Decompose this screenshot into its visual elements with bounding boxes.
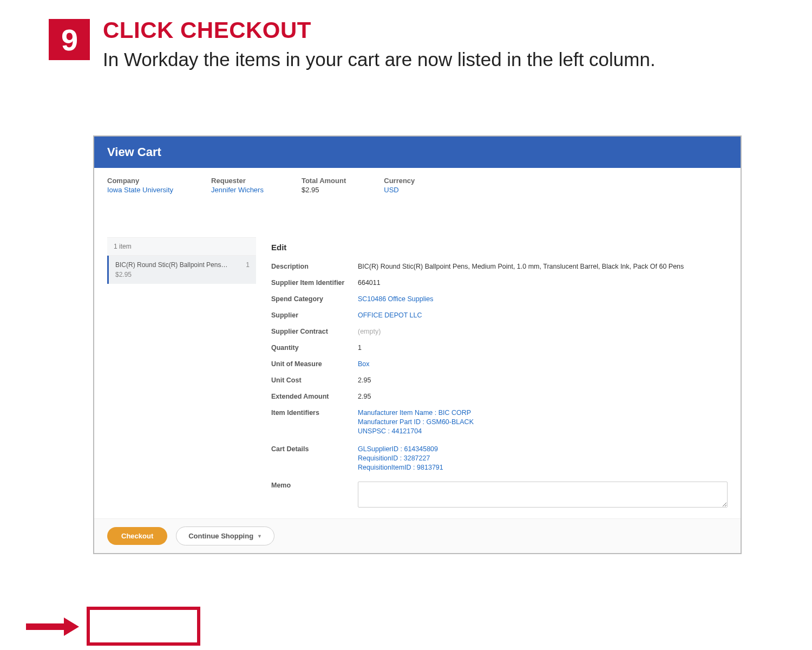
checkout-button[interactable]: Checkout [107, 527, 167, 545]
details-panel-title: Edit [271, 243, 728, 252]
total-amount-value: $2.95 [302, 186, 346, 194]
unit-cost-value: 2.95 [358, 376, 371, 384]
quantity-value: 1 [358, 344, 362, 352]
cart-item-qty: 1 [246, 261, 250, 269]
supplier-label: Supplier [271, 311, 358, 319]
action-bar: Checkout Continue Shopping ▼ [94, 518, 741, 553]
memo-input[interactable] [358, 482, 728, 508]
quantity-label: Quantity [271, 344, 358, 352]
chevron-down-icon: ▼ [257, 534, 262, 539]
annotation-highlight-box [87, 607, 200, 646]
company-label: Company [107, 177, 173, 185]
currency-label: Currency [384, 177, 415, 185]
memo-label: Memo [271, 482, 358, 508]
cart-item-name: BIC(R) Round Stic(R) Ballpoint Pens… [115, 261, 227, 269]
description-value: BIC(R) Round Stic(R) Ballpoint Pens, Med… [358, 263, 684, 270]
continue-shopping-label: Continue Shopping [188, 532, 253, 540]
uom-label: Unit of Measure [271, 360, 358, 368]
summary-row: Company Iowa State University Requester … [94, 168, 741, 199]
cart-items-list: 1 item BIC(R) Round Stic(R) Ballpoint Pe… [107, 237, 256, 518]
cart-details-value: GLSupplierID : 614345809 RequisitionID :… [358, 445, 443, 473]
item-details-panel: Edit Description BIC(R) Round Stic(R) Ba… [256, 237, 741, 518]
cart-item-price: $2.95 [115, 271, 227, 278]
unit-cost-label: Unit Cost [271, 376, 358, 384]
step-instruction: 9 CLICK CHECKOUT In Workday the items in… [49, 19, 656, 72]
requester-label: Requester [211, 177, 264, 185]
continue-shopping-button[interactable]: Continue Shopping ▼ [176, 526, 274, 545]
currency-value[interactable]: USD [384, 186, 415, 194]
item-identifiers-value: Manufacturer Item Name : BIC CORP Manufa… [358, 409, 474, 437]
uom-value[interactable]: Box [358, 360, 370, 368]
supplier-contract-value: (empty) [358, 328, 381, 335]
total-amount-label: Total Amount [302, 177, 346, 185]
step-title: CLICK CHECKOUT [103, 19, 656, 42]
cart-item-count: 1 item [107, 237, 256, 256]
description-label: Description [271, 263, 358, 270]
supplier-contract-label: Supplier Contract [271, 328, 358, 335]
requester-value[interactable]: Jennifer Wichers [211, 186, 264, 194]
workday-view-cart-screenshot: View Cart Company Iowa State University … [93, 135, 742, 554]
annotation-arrow-icon [26, 618, 79, 636]
extended-amount-value: 2.95 [358, 393, 371, 400]
extended-amount-label: Extended Amount [271, 393, 358, 400]
cart-item[interactable]: BIC(R) Round Stic(R) Ballpoint Pens… $2.… [107, 256, 256, 284]
step-number-badge: 9 [49, 19, 90, 60]
spend-category-label: Spend Category [271, 295, 358, 303]
spend-category-value[interactable]: SC10486 Office Supplies [358, 295, 433, 303]
supplier-value[interactable]: OFFICE DEPOT LLC [358, 311, 422, 319]
company-value[interactable]: Iowa State University [107, 186, 173, 194]
supplier-item-id-value: 664011 [358, 279, 381, 287]
step-description: In Workday the items in your cart are no… [103, 47, 656, 72]
page-title: View Cart [94, 136, 741, 168]
cart-details-label: Cart Details [271, 445, 358, 473]
item-identifiers-label: Item Identifiers [271, 409, 358, 437]
supplier-item-id-label: Supplier Item Identifier [271, 279, 358, 287]
